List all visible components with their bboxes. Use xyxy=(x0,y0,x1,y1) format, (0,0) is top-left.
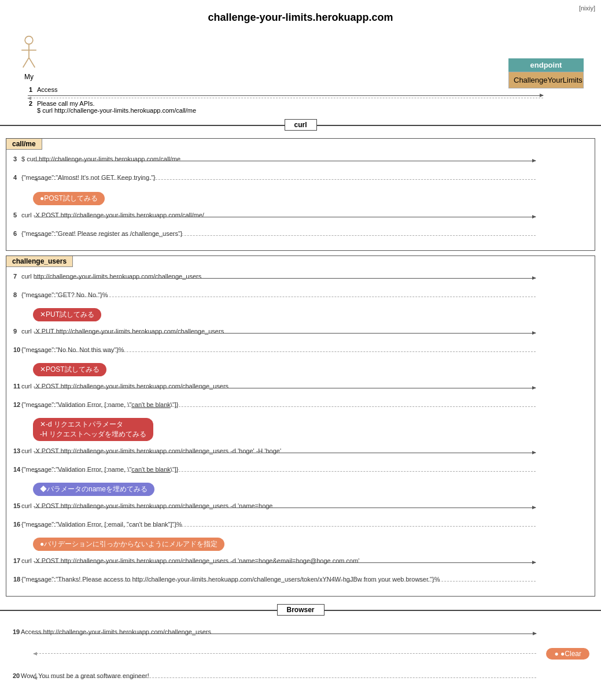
row-14-text: {"message":"Validation Error, [:name, \"… xyxy=(21,466,525,473)
row-18-text: {"message":"Thanks! Please access to htt… xyxy=(21,576,525,583)
row-20-text: Wow! You must be a great software engine… xyxy=(21,672,526,679)
endpoint-box: endpoint ChallengeYourLimits xyxy=(508,58,584,88)
svg-line-4 xyxy=(29,58,35,68)
top-right-label: [nixiy] xyxy=(579,5,595,12)
row-13-arrow xyxy=(34,453,536,453)
tag-validation: ●バリデーションに引っかからないようにメルアドを指定 xyxy=(6,535,595,553)
row-8-text: {"message":"GET? No. No."}% xyxy=(21,291,525,298)
row-4-num: 4 xyxy=(13,174,17,181)
row-7-arrow xyxy=(34,278,536,279)
clear-button[interactable]: ●Clear xyxy=(546,648,589,660)
row-19: 19 Access http://challenge-your-limits.h… xyxy=(6,625,595,644)
diagram: My endpoint ChallengeYourLimits 1 Access… xyxy=(0,29,601,694)
row-15: 15 curl -X POST http://challenge-your-li… xyxy=(6,499,595,517)
row-19-num: 19 xyxy=(13,628,20,635)
row-3-arrow xyxy=(34,161,536,161)
row-14: 14 {"message":"Validation Error, [:name,… xyxy=(6,463,595,479)
step1-row: 1 Access xyxy=(28,86,543,98)
row-5-num: 5 xyxy=(13,212,17,218)
row-9-arrow xyxy=(34,333,536,334)
row-15-text: curl -X POST http://challenge-your-limit… xyxy=(21,502,525,509)
row-8: 8 {"message":"GET? No. No."}% xyxy=(6,288,595,305)
row-16: 16 {"message":"Validation Error, [:email… xyxy=(6,518,595,534)
tag-post-cu: ✕POST試してみる xyxy=(6,361,595,379)
actor-figure xyxy=(17,35,40,70)
row-9-num: 9 xyxy=(13,328,17,335)
row-10-num: 10 xyxy=(13,346,20,353)
tag-post-callme: ●POST試してみる xyxy=(6,190,595,208)
row-3-num: 3 xyxy=(13,155,17,162)
step1-num: 1 xyxy=(29,86,32,93)
row-11-num: 11 xyxy=(13,383,20,390)
tag-dh-label: ✕-d リクエストパラメータ -H リクエストヘッダを埋めてみる xyxy=(33,418,153,441)
row-12-text: {"message":"Validation Error, [:name, \"… xyxy=(21,401,525,408)
section-callme: call/me 3 $ curl http://challenge-your-l… xyxy=(6,138,595,251)
row-17-arrow xyxy=(34,562,536,563)
row-15-arrow xyxy=(34,508,536,508)
row-3: 3 $ curl http://challenge-your-limits.he… xyxy=(6,153,595,170)
step1-arrow xyxy=(28,95,543,96)
row-5-text: curl -X POST http://challenge-your-limit… xyxy=(21,212,525,218)
row-12-num: 12 xyxy=(13,401,20,408)
tag-dh: ✕-d リクエストパラメータ -H リクエストヘッダを埋めてみる xyxy=(6,416,595,443)
step1-text: Access xyxy=(37,86,57,93)
row-18: 18 {"message":"Thanks! Please access to … xyxy=(6,573,595,589)
row-11: 11 curl -X POST http://challenge-your-li… xyxy=(6,380,595,397)
row-9: 9 curl -X PUT http://challenge-your-limi… xyxy=(6,325,595,342)
step2-arrow xyxy=(28,98,543,98)
sep-browser-label: Browser xyxy=(276,604,324,616)
page-title: challenge-your-limits.herokuapp.com xyxy=(0,0,601,29)
step2-num: 2 xyxy=(29,100,32,107)
section-challenge-users: challenge_users 7 curl http://challenge-… xyxy=(6,255,595,597)
row-10: 10 {"message":"No No. Not this way"}% xyxy=(6,343,595,360)
tag-post-cu-label: ✕POST試してみる xyxy=(33,363,106,376)
row-11-arrow xyxy=(34,388,536,388)
row-20: 20 Wow! You must be a great software eng… xyxy=(6,669,595,687)
row-6-text: {"message":"Great! Please register as /c… xyxy=(21,230,525,237)
svg-line-3 xyxy=(23,58,29,68)
row-17: 17 curl -X POST http://challenge-your-li… xyxy=(6,554,595,572)
section-browser: 19 Access http://challenge-your-limits.h… xyxy=(0,618,601,694)
clear-row: ●Clear xyxy=(6,645,595,668)
row-16-text: {"message":"Validation Error, [:email, "… xyxy=(21,521,525,528)
step2-text: Please call my APIs.$ curl http://challe… xyxy=(37,100,196,114)
actor-label: My xyxy=(12,73,46,81)
tag-validation-label: ●バリデーションに引っかからないようにメルアドを指定 xyxy=(33,538,224,551)
row-14-num: 14 xyxy=(13,466,20,473)
step2-row: 2 Please call my APIs.$ curl http://chal… xyxy=(28,98,543,114)
tag-put: ✕PUT試してみる xyxy=(6,306,595,324)
tag-name: ◆パラメータのnameを埋めてみる xyxy=(6,480,595,498)
row-6: 6 {"message":"Great! Please register as … xyxy=(6,227,595,243)
row-9-text: curl -X PUT http://challenge-your-limits… xyxy=(21,328,525,335)
row-8-num: 8 xyxy=(13,291,17,298)
row-6-num: 6 xyxy=(13,230,17,237)
row-5: 5 curl -X POST http://challenge-your-lim… xyxy=(6,209,595,226)
sep-curl-label: curl xyxy=(284,119,316,131)
tag-post-callme-label: ●POST試してみる xyxy=(33,192,105,205)
row-13-text: curl -X POST http://challenge-your-limit… xyxy=(21,447,525,454)
tag-name-label: ◆パラメータのnameを埋めてみる xyxy=(33,483,154,496)
section-callme-label: call/me xyxy=(6,139,42,150)
sep-browser: Browser xyxy=(0,601,601,618)
svg-point-0 xyxy=(25,36,33,45)
tag-put-label: ✕PUT試してみる xyxy=(33,308,101,321)
row-10-text: {"message":"No No. Not this way"}% xyxy=(21,346,525,353)
row-17-num: 17 xyxy=(13,557,20,564)
row-5-arrow xyxy=(34,217,536,217)
row-16-num: 16 xyxy=(13,521,20,528)
row-13: 13 curl -X POST http://challenge-your-li… xyxy=(6,445,595,462)
row-4-text: {"message":"Almost! It's not GET. Keep t… xyxy=(21,174,525,181)
actor-section: My endpoint ChallengeYourLimits 1 Access… xyxy=(0,29,601,116)
row-17-text: curl -X POST http://challenge-your-limit… xyxy=(21,557,525,564)
row-12: 12 {"message":"Validation Error, [:name,… xyxy=(6,398,595,414)
row-15-num: 15 xyxy=(13,502,20,509)
row-19-text: Access http://challenge-your-limits.hero… xyxy=(21,628,526,635)
row-7-num: 7 xyxy=(13,273,17,280)
row-4: 4 {"message":"Almost! It's not GET. Keep… xyxy=(6,171,595,188)
row-20-num: 20 xyxy=(13,672,20,679)
row-7: 7 curl http://challenge-your-limits.hero… xyxy=(6,270,595,287)
row-3-text: $ curl http://challenge-your-limits.hero… xyxy=(21,155,525,162)
sep-curl: curl xyxy=(0,116,601,134)
endpoint-header: endpoint xyxy=(508,58,584,72)
clear-arrow xyxy=(34,653,536,654)
